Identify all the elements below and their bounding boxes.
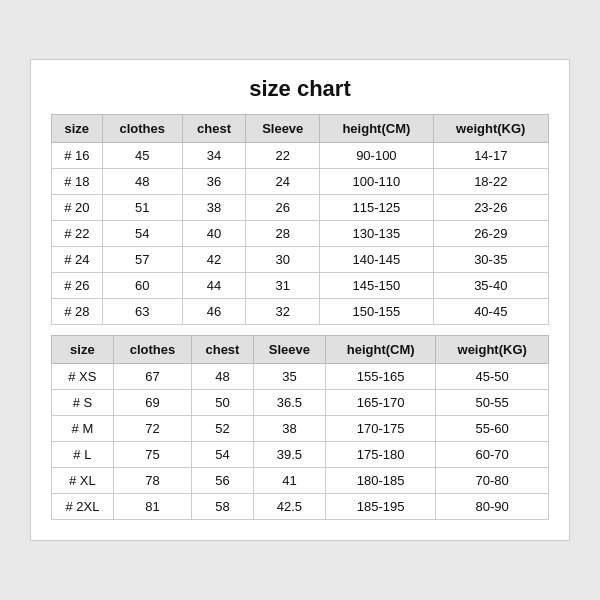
table-cell: 69	[113, 390, 191, 416]
table-cell: 36	[182, 169, 245, 195]
table-row: # 1645342290-10014-17	[52, 143, 549, 169]
table-cell: 35-40	[433, 273, 548, 299]
table-cell: 48	[102, 169, 182, 195]
col-header: weight(KG)	[433, 115, 548, 143]
table-row: # 18483624100-11018-22	[52, 169, 549, 195]
col-header: size	[52, 115, 103, 143]
table-cell: 180-185	[325, 468, 435, 494]
size-table-2: sizeclotheschestSleeveheight(CM)weight(K…	[51, 335, 549, 520]
table-cell: 56	[192, 468, 254, 494]
col-header: size	[52, 336, 114, 364]
table-cell: 39.5	[253, 442, 325, 468]
table-cell: 46	[182, 299, 245, 325]
table-cell: 57	[102, 247, 182, 273]
table-cell: 90-100	[320, 143, 433, 169]
table-row: # 28634632150-15540-45	[52, 299, 549, 325]
table-row: # 22544028130-13526-29	[52, 221, 549, 247]
table-cell: 60-70	[436, 442, 549, 468]
table-row: # S695036.5165-17050-55	[52, 390, 549, 416]
table-cell: 67	[113, 364, 191, 390]
col-header: clothes	[102, 115, 182, 143]
table-cell: 140-145	[320, 247, 433, 273]
col-header: height(CM)	[325, 336, 435, 364]
table-cell: 50-55	[436, 390, 549, 416]
col-header: weight(KG)	[436, 336, 549, 364]
table-cell: # 16	[52, 143, 103, 169]
table-cell: 28	[246, 221, 320, 247]
col-header: chest	[192, 336, 254, 364]
table-cell: 150-155	[320, 299, 433, 325]
table-cell: 81	[113, 494, 191, 520]
table-cell: 41	[253, 468, 325, 494]
table-cell: 52	[192, 416, 254, 442]
table-cell: 60	[102, 273, 182, 299]
table-cell: 40	[182, 221, 245, 247]
table-cell: 115-125	[320, 195, 433, 221]
table-row: # XL785641180-18570-80	[52, 468, 549, 494]
table-row: # 24574230140-14530-35	[52, 247, 549, 273]
table-cell: 26	[246, 195, 320, 221]
table-cell: # 2XL	[52, 494, 114, 520]
table-cell: # 18	[52, 169, 103, 195]
table-cell: # 26	[52, 273, 103, 299]
table-cell: 45	[102, 143, 182, 169]
table-cell: # M	[52, 416, 114, 442]
table-cell: 63	[102, 299, 182, 325]
table-cell: 54	[102, 221, 182, 247]
table-cell: 38	[253, 416, 325, 442]
table-cell: 18-22	[433, 169, 548, 195]
table-cell: 14-17	[433, 143, 548, 169]
table-cell: 75	[113, 442, 191, 468]
table-cell: 155-165	[325, 364, 435, 390]
table-cell: 34	[182, 143, 245, 169]
table-cell: 30-35	[433, 247, 548, 273]
table-cell: 31	[246, 273, 320, 299]
table-cell: 72	[113, 416, 191, 442]
table-cell: 145-150	[320, 273, 433, 299]
table-cell: 165-170	[325, 390, 435, 416]
table-cell: 30	[246, 247, 320, 273]
table-cell: 40-45	[433, 299, 548, 325]
table-cell: 51	[102, 195, 182, 221]
col-header: Sleeve	[246, 115, 320, 143]
table-cell: 45-50	[436, 364, 549, 390]
table-cell: 130-135	[320, 221, 433, 247]
table-cell: 50	[192, 390, 254, 416]
table-cell: 55-60	[436, 416, 549, 442]
table-cell: 48	[192, 364, 254, 390]
table-cell: 78	[113, 468, 191, 494]
size-chart-card: size chart sizeclotheschestSleeveheight(…	[30, 59, 570, 541]
chart-title: size chart	[51, 76, 549, 102]
table-cell: # 28	[52, 299, 103, 325]
table-cell: 70-80	[436, 468, 549, 494]
table-cell: # XS	[52, 364, 114, 390]
table-cell: 44	[182, 273, 245, 299]
table-cell: # L	[52, 442, 114, 468]
table-cell: 80-90	[436, 494, 549, 520]
table-cell: # 22	[52, 221, 103, 247]
table-cell: 26-29	[433, 221, 548, 247]
col-header: chest	[182, 115, 245, 143]
table-cell: # 24	[52, 247, 103, 273]
table-cell: # S	[52, 390, 114, 416]
table-cell: 175-180	[325, 442, 435, 468]
table-cell: 24	[246, 169, 320, 195]
table-row: # 20513826115-12523-26	[52, 195, 549, 221]
table-cell: 35	[253, 364, 325, 390]
table-cell: 22	[246, 143, 320, 169]
table-row: # XS674835155-16545-50	[52, 364, 549, 390]
table-cell: 23-26	[433, 195, 548, 221]
table-cell: 58	[192, 494, 254, 520]
table-cell: 185-195	[325, 494, 435, 520]
col-header: Sleeve	[253, 336, 325, 364]
table-cell: 170-175	[325, 416, 435, 442]
table-cell: # 20	[52, 195, 103, 221]
table-cell: 100-110	[320, 169, 433, 195]
table-cell: 36.5	[253, 390, 325, 416]
table-cell: 54	[192, 442, 254, 468]
size-table-1: sizeclotheschestSleeveheight(CM)weight(K…	[51, 114, 549, 325]
table-cell: 42.5	[253, 494, 325, 520]
table-cell: # XL	[52, 468, 114, 494]
table-cell: 42	[182, 247, 245, 273]
table-row: # M725238170-17555-60	[52, 416, 549, 442]
